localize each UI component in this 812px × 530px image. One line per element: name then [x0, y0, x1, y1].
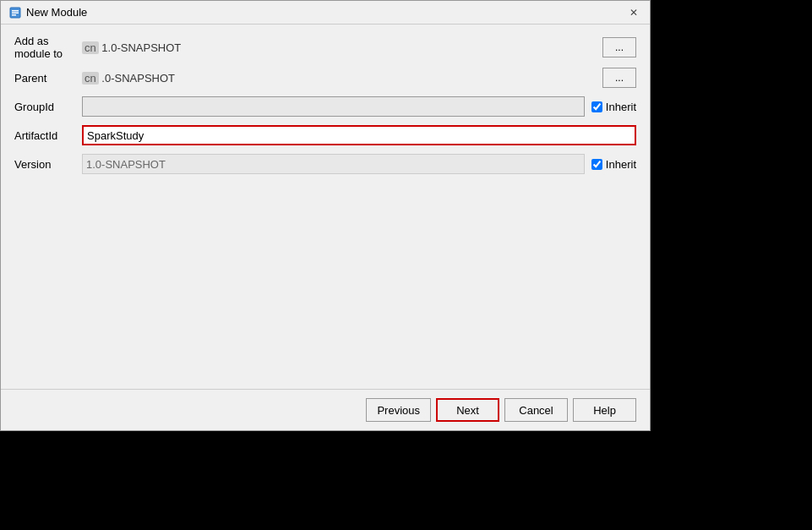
version-label: Version: [14, 158, 82, 171]
module-name-blurred: cn: [82, 41, 99, 54]
add-as-module-button[interactable]: ...: [602, 37, 636, 57]
title-bar: New Module ✕: [1, 1, 650, 25]
new-module-dialog: New Module ✕ Add as module to cn 1.0-SNA…: [0, 0, 651, 431]
parent-name-blurred: cn: [82, 72, 99, 85]
dialog-footer: Previous Next Cancel Help: [1, 389, 650, 430]
version-input[interactable]: [82, 154, 585, 174]
version-row: Version Inherit: [14, 153, 636, 175]
dialog-icon: [9, 7, 21, 19]
parent-value: cn .0-SNAPSHOT: [82, 72, 596, 85]
parent-row: Parent cn .0-SNAPSHOT ...: [14, 67, 636, 89]
version-inherit: Inherit: [591, 158, 636, 171]
dialog-title: New Module: [26, 6, 87, 19]
add-as-module-label: Add as module to: [14, 35, 82, 60]
group-id-label: GroupId: [14, 101, 82, 113]
group-id-row: GroupId Inherit: [14, 96, 636, 117]
artifact-id-input[interactable]: [82, 125, 636, 145]
add-as-module-name: cn 1.0-SNAPSHOT: [82, 41, 596, 54]
version-inherit-checkbox[interactable]: [591, 159, 602, 170]
group-id-inherit-checkbox[interactable]: [591, 101, 602, 112]
artifact-id-label: ArtifactId: [14, 129, 82, 142]
help-button[interactable]: Help: [573, 398, 636, 422]
cancel-button[interactable]: Cancel: [504, 398, 568, 422]
form-content: Add as module to cn 1.0-SNAPSHOT ... Par…: [1, 25, 650, 192]
previous-button[interactable]: Previous: [366, 398, 431, 422]
close-button[interactable]: ✕: [626, 5, 641, 20]
version-inherit-label: Inherit: [606, 158, 636, 171]
group-id-input[interactable]: [82, 96, 585, 117]
artifact-id-row: ArtifactId: [14, 124, 636, 146]
next-button[interactable]: Next: [436, 398, 499, 422]
parent-label: Parent: [14, 72, 82, 85]
svg-rect-1: [12, 10, 19, 12]
add-as-module-row: Add as module to cn 1.0-SNAPSHOT ...: [14, 35, 636, 60]
group-id-inherit: Inherit: [591, 101, 636, 113]
group-id-inherit-label: Inherit: [606, 101, 636, 113]
svg-rect-3: [12, 14, 16, 16]
svg-rect-2: [12, 12, 19, 14]
parent-button[interactable]: ...: [602, 68, 636, 88]
